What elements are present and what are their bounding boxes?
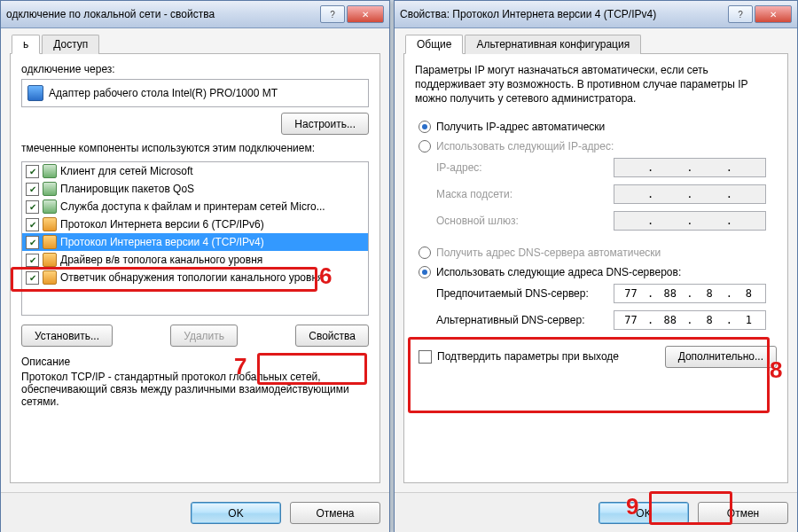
list-item[interactable]: Протокол Интернета версии 6 (TCP/IPv6) [22,215,368,233]
radio-icon[interactable] [419,140,431,153]
checkbox-icon[interactable] [26,236,39,249]
radio-dns-manual[interactable]: Использовать следующие адреса DNS-сервер… [419,266,777,278]
validate-checkbox[interactable] [419,350,432,364]
ok-button[interactable]: OK [598,502,689,524]
radio-ip-manual[interactable]: Использовать следующий IP-адрес: [419,140,777,153]
radio-icon[interactable] [419,121,431,133]
help-button[interactable]: ? [320,5,345,23]
checkbox-icon[interactable] [26,200,39,214]
protocol-icon [43,253,57,267]
dns-preferred-label: Предпочитаемый DNS-сервер: [436,287,605,300]
list-item[interactable]: Драйвер в/в тополога канального уровня [22,251,368,269]
description-head: Описание [21,356,369,368]
protocol-icon [43,217,57,231]
list-item[interactable]: Планировщик пакетов QoS [22,180,368,198]
nic-icon [27,85,43,101]
list-item[interactable]: Служба доступа к файлам и принтерам сете… [22,198,368,215]
mask-label: Маска подсети: [436,188,605,200]
radio-ip-auto[interactable]: Получить IP-адрес автоматически [419,121,777,133]
tabs: Общие Альтернативная конфигурация [403,34,788,54]
titlebar[interactable]: Свойства: Протокол Интернета версии 4 (T… [395,1,797,28]
advanced-button[interactable]: Дополнительно... [665,346,777,368]
install-button[interactable]: Установить... [21,325,113,347]
properties-button[interactable]: Свойства [295,325,369,347]
close-button[interactable]: ✕ [755,5,792,23]
info-text: Параметры IP могут назначаться автоматич… [415,63,777,106]
list-item[interactable]: Клиент для сетей Microsoft [22,162,368,180]
components-label: тмеченные компоненты используются этим п… [21,142,369,154]
ip-address-input: ... [614,158,766,177]
tab-general[interactable]: Общие [405,35,463,54]
radio-icon[interactable] [419,266,431,278]
titlebar[interactable]: одключение по локальной сети - свойства … [1,1,389,28]
dns-alt-label: Альтернативный DNS-сервер: [436,314,605,326]
adapter-field[interactable]: Адаптер рабочего стола Intel(R) PRO/1000… [21,79,369,107]
adapter-name: Адаптер рабочего стола Intel(R) PRO/1000… [49,87,278,99]
ok-button[interactable]: OK [191,502,281,524]
window-title: одключение по локальной сети - свойства [6,8,320,20]
checkbox-icon[interactable] [26,165,39,178]
components-list[interactable]: Клиент для сетей Microsoft Планировщик п… [21,161,369,316]
protocol-icon [43,235,57,249]
window-title: Свойства: Протокол Интернета версии 4 (T… [400,8,728,20]
ip-address-label: IP-адрес: [436,161,605,174]
checkbox-icon[interactable] [26,271,39,285]
list-item-tcpipv4[interactable]: Протокол Интернета версии 4 (TCP/IPv4) [22,233,368,251]
checkbox-icon[interactable] [26,218,39,231]
remove-button: Удалить [170,325,238,347]
tab-access[interactable]: Доступ [42,35,99,54]
configure-button[interactable]: Настроить... [281,113,369,135]
description: Описание Протокол TCP/IP - стандартный п… [21,356,369,408]
lan-properties-window: одключение по локальной сети - свойства … [0,0,390,532]
cancel-button[interactable]: Отмена [290,502,380,524]
list-item[interactable]: Ответчик обнаружения топологии канальног… [22,269,368,286]
service-icon [43,164,57,178]
mask-input: ... [614,184,766,204]
close-button[interactable]: ✕ [347,5,384,23]
checkbox-icon[interactable] [26,183,39,196]
cancel-button[interactable]: Отмен [698,502,788,524]
checkbox-icon[interactable] [26,254,39,267]
tab-alternative[interactable]: Альтернативная конфигурация [465,35,641,54]
service-icon [43,200,57,214]
gateway-input: ... [614,211,766,231]
tab-network[interactable]: ь [12,35,40,54]
radio-dns-auto[interactable]: Получить адрес DNS-сервера автоматически [419,246,777,259]
help-button[interactable]: ? [728,5,753,23]
description-text: Протокол TCP/IP - стандартный протокол г… [21,371,369,408]
protocol-icon [43,270,57,285]
gateway-label: Основной шлюз: [436,215,605,227]
ipv4-properties-window: Свойства: Протокол Интернета версии 4 (T… [394,0,798,532]
tabs: ь Доступ [10,34,380,54]
radio-icon[interactable] [419,246,431,259]
validate-label: Подтвердить параметры при выходе [437,350,619,363]
service-icon [43,182,57,196]
dns-alt-input[interactable]: 77. 88. 8. 1 [614,310,766,330]
dns-preferred-input[interactable]: 77. 88. 8. 8 [614,284,766,303]
connect-via-label: одключение через: [21,63,369,75]
